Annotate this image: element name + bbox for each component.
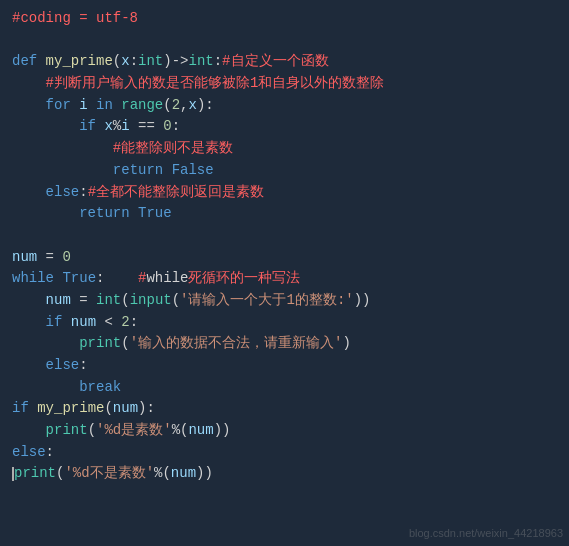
- line-18: break: [12, 377, 557, 399]
- watermark: blog.csdn.net/weixin_44218963: [409, 525, 563, 542]
- line-20: print('%d是素数'%(num)): [12, 420, 557, 442]
- line-19: if my_prime(num):: [12, 398, 557, 420]
- line-8: return False: [12, 160, 557, 182]
- line-12: num = 0: [12, 247, 557, 269]
- line-13: while True: #while死循环的一种写法: [12, 268, 557, 290]
- line-6: if x%i == 0:: [12, 116, 557, 138]
- line-15: if num < 2:: [12, 312, 557, 334]
- line-10: return True: [12, 203, 557, 225]
- line-4: #判断用户输入的数是否能够被除1和自身以外的数整除: [12, 73, 557, 95]
- line-3: def my_prime(x:int)->int:#自定义一个函数: [12, 51, 557, 73]
- line-7: #能整除则不是素数: [12, 138, 557, 160]
- line-22: print('%d不是素数'%(num)): [12, 463, 557, 485]
- line-17: else:: [12, 355, 557, 377]
- code-area: #coding = utf-8 def my_prime(x:int)->int…: [0, 0, 569, 546]
- line-9: else:#全都不能整除则返回是素数: [12, 182, 557, 204]
- line-1: #coding = utf-8: [12, 8, 557, 30]
- line-16: print('输入的数据不合法，请重新输入'): [12, 333, 557, 355]
- line-2: [12, 30, 557, 52]
- line-21: else:: [12, 442, 557, 464]
- line-14: num = int(input('请输入一个大于1的整数:')): [12, 290, 557, 312]
- line-5: for i in range(2,x):: [12, 95, 557, 117]
- line-11: [12, 225, 557, 247]
